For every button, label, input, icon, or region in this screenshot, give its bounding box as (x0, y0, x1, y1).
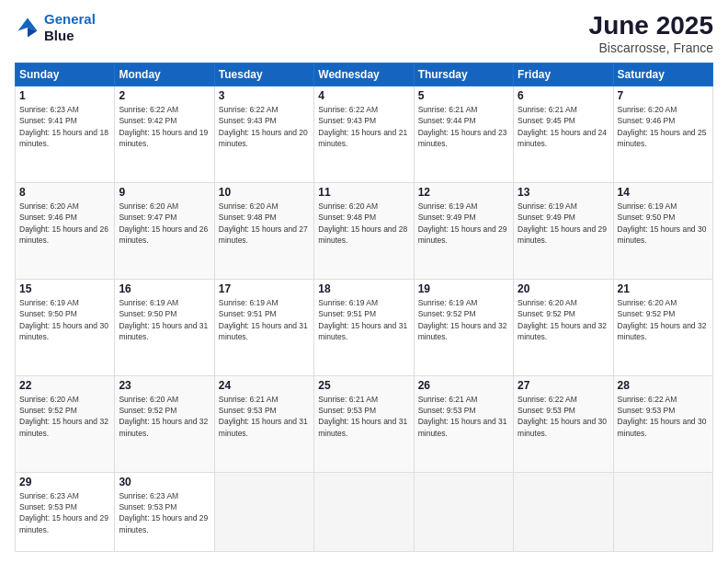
calendar-cell: 11Sunrise: 6:20 AMSunset: 9:48 PMDayligh… (314, 182, 414, 279)
day-info: Sunrise: 6:19 AMSunset: 9:49 PMDaylight:… (518, 201, 609, 246)
day-info: Sunrise: 6:19 AMSunset: 9:51 PMDaylight:… (219, 297, 310, 342)
calendar-cell: 29Sunrise: 6:23 AMSunset: 9:53 PMDayligh… (16, 472, 115, 551)
calendar-cell (314, 472, 414, 551)
calendar-week-row: 22Sunrise: 6:20 AMSunset: 9:52 PMDayligh… (16, 375, 713, 472)
day-info: Sunrise: 6:19 AMSunset: 9:50 PMDaylight:… (119, 297, 210, 342)
day-number: 30 (119, 476, 210, 488)
calendar-header-cell: Tuesday (214, 63, 313, 86)
calendar-cell: 24Sunrise: 6:21 AMSunset: 9:53 PMDayligh… (214, 375, 313, 472)
day-info: Sunrise: 6:20 AMSunset: 9:47 PMDaylight:… (119, 201, 210, 246)
day-info: Sunrise: 6:21 AMSunset: 9:53 PMDaylight:… (318, 394, 409, 439)
calendar-cell: 10Sunrise: 6:20 AMSunset: 9:48 PMDayligh… (214, 182, 313, 279)
day-info: Sunrise: 6:19 AMSunset: 9:51 PMDaylight:… (318, 297, 409, 342)
header: General Blue June 2025 Biscarrosse, Fran… (15, 11, 713, 55)
logo: General Blue (15, 11, 96, 44)
day-number: 15 (19, 282, 110, 295)
day-info: Sunrise: 6:21 AMSunset: 9:53 PMDaylight:… (219, 394, 310, 439)
day-info: Sunrise: 6:19 AMSunset: 9:50 PMDaylight:… (618, 201, 709, 246)
logo-icon (15, 15, 40, 40)
calendar-cell: 16Sunrise: 6:19 AMSunset: 9:50 PMDayligh… (115, 279, 214, 375)
day-number: 3 (219, 89, 310, 102)
title-block: June 2025 Biscarrosse, France (589, 11, 713, 55)
day-number: 4 (318, 89, 409, 102)
calendar-week-row: 1Sunrise: 6:23 AMSunset: 9:41 PMDaylight… (16, 86, 713, 183)
calendar-cell: 3Sunrise: 6:22 AMSunset: 9:43 PMDaylight… (214, 86, 313, 183)
calendar-cell: 15Sunrise: 6:19 AMSunset: 9:50 PMDayligh… (16, 279, 115, 375)
day-number: 11 (318, 186, 409, 199)
calendar-header-cell: Sunday (16, 63, 115, 86)
calendar-cell: 23Sunrise: 6:20 AMSunset: 9:52 PMDayligh… (115, 375, 214, 472)
day-number: 24 (219, 379, 310, 392)
day-info: Sunrise: 6:21 AMSunset: 9:44 PMDaylight:… (418, 104, 509, 149)
day-info: Sunrise: 6:20 AMSunset: 9:48 PMDaylight:… (318, 201, 409, 246)
calendar-cell: 19Sunrise: 6:19 AMSunset: 9:52 PMDayligh… (414, 279, 513, 375)
calendar-header-cell: Friday (514, 63, 613, 86)
day-info: Sunrise: 6:20 AMSunset: 9:52 PMDaylight:… (119, 394, 210, 439)
calendar-cell (414, 472, 513, 551)
day-number: 2 (119, 89, 210, 102)
calendar-body: 1Sunrise: 6:23 AMSunset: 9:41 PMDaylight… (16, 86, 713, 552)
calendar-cell: 1Sunrise: 6:23 AMSunset: 9:41 PMDaylight… (16, 86, 115, 183)
day-info: Sunrise: 6:20 AMSunset: 9:52 PMDaylight:… (518, 297, 609, 342)
calendar-cell: 30Sunrise: 6:23 AMSunset: 9:53 PMDayligh… (115, 472, 214, 551)
calendar-header-row: SundayMondayTuesdayWednesdayThursdayFrid… (16, 63, 713, 86)
calendar-header-cell: Thursday (414, 63, 513, 86)
calendar-cell (214, 472, 313, 551)
day-info: Sunrise: 6:20 AMSunset: 9:46 PMDaylight:… (618, 104, 709, 149)
day-info: Sunrise: 6:20 AMSunset: 9:52 PMDaylight:… (618, 297, 709, 342)
day-info: Sunrise: 6:23 AMSunset: 9:53 PMDaylight:… (19, 490, 110, 535)
day-info: Sunrise: 6:21 AMSunset: 9:45 PMDaylight:… (518, 104, 609, 149)
calendar-cell: 7Sunrise: 6:20 AMSunset: 9:46 PMDaylight… (613, 86, 712, 183)
calendar-table: SundayMondayTuesdayWednesdayThursdayFrid… (15, 63, 713, 552)
day-number: 13 (518, 186, 609, 199)
calendar-cell: 21Sunrise: 6:20 AMSunset: 9:52 PMDayligh… (613, 279, 712, 375)
day-number: 21 (618, 282, 709, 295)
calendar-cell: 26Sunrise: 6:21 AMSunset: 9:53 PMDayligh… (414, 375, 513, 472)
day-info: Sunrise: 6:23 AMSunset: 9:53 PMDaylight:… (119, 490, 210, 535)
calendar-cell: 13Sunrise: 6:19 AMSunset: 9:49 PMDayligh… (514, 182, 613, 279)
day-number: 8 (19, 186, 110, 199)
day-number: 16 (119, 282, 210, 295)
day-number: 19 (418, 282, 509, 295)
calendar-cell: 6Sunrise: 6:21 AMSunset: 9:45 PMDaylight… (514, 86, 613, 183)
day-number: 25 (318, 379, 409, 392)
calendar-header-cell: Saturday (613, 63, 712, 86)
day-number: 14 (618, 186, 709, 199)
calendar-cell (613, 472, 712, 551)
calendar-week-row: 29Sunrise: 6:23 AMSunset: 9:53 PMDayligh… (16, 472, 713, 551)
day-number: 23 (119, 379, 210, 392)
day-info: Sunrise: 6:22 AMSunset: 9:43 PMDaylight:… (219, 104, 310, 149)
calendar-week-row: 8Sunrise: 6:20 AMSunset: 9:46 PMDaylight… (16, 182, 713, 279)
day-number: 10 (219, 186, 310, 199)
logo-text: General Blue (44, 11, 96, 44)
day-number: 6 (518, 89, 609, 102)
day-info: Sunrise: 6:19 AMSunset: 9:50 PMDaylight:… (19, 297, 110, 342)
day-info: Sunrise: 6:20 AMSunset: 9:52 PMDaylight:… (19, 394, 110, 439)
calendar-cell: 28Sunrise: 6:22 AMSunset: 9:53 PMDayligh… (613, 375, 712, 472)
day-number: 9 (119, 186, 210, 199)
day-info: Sunrise: 6:23 AMSunset: 9:41 PMDaylight:… (19, 104, 110, 149)
day-number: 7 (618, 89, 709, 102)
logo-line2: Blue (44, 28, 96, 44)
day-number: 1 (19, 89, 110, 102)
day-info: Sunrise: 6:20 AMSunset: 9:48 PMDaylight:… (219, 201, 310, 246)
day-info: Sunrise: 6:22 AMSunset: 9:53 PMDaylight:… (518, 394, 609, 439)
calendar-cell: 8Sunrise: 6:20 AMSunset: 9:46 PMDaylight… (16, 182, 115, 279)
calendar-cell: 4Sunrise: 6:22 AMSunset: 9:43 PMDaylight… (314, 86, 414, 183)
calendar-cell: 17Sunrise: 6:19 AMSunset: 9:51 PMDayligh… (214, 279, 313, 375)
day-number: 29 (19, 476, 110, 488)
calendar-cell: 25Sunrise: 6:21 AMSunset: 9:53 PMDayligh… (314, 375, 414, 472)
calendar-week-row: 15Sunrise: 6:19 AMSunset: 9:50 PMDayligh… (16, 279, 713, 375)
day-info: Sunrise: 6:22 AMSunset: 9:43 PMDaylight:… (318, 104, 409, 149)
calendar-cell: 5Sunrise: 6:21 AMSunset: 9:44 PMDaylight… (414, 86, 513, 183)
day-number: 22 (19, 379, 110, 392)
calendar-header-cell: Monday (115, 63, 214, 86)
calendar-cell: 14Sunrise: 6:19 AMSunset: 9:50 PMDayligh… (613, 182, 712, 279)
day-number: 26 (418, 379, 509, 392)
calendar-cell: 20Sunrise: 6:20 AMSunset: 9:52 PMDayligh… (514, 279, 613, 375)
day-info: Sunrise: 6:19 AMSunset: 9:52 PMDaylight:… (418, 297, 509, 342)
day-info: Sunrise: 6:19 AMSunset: 9:49 PMDaylight:… (418, 201, 509, 246)
logo-line1: General (44, 11, 96, 27)
day-info: Sunrise: 6:22 AMSunset: 9:53 PMDaylight:… (618, 394, 709, 439)
subtitle: Biscarrosse, France (589, 40, 713, 55)
